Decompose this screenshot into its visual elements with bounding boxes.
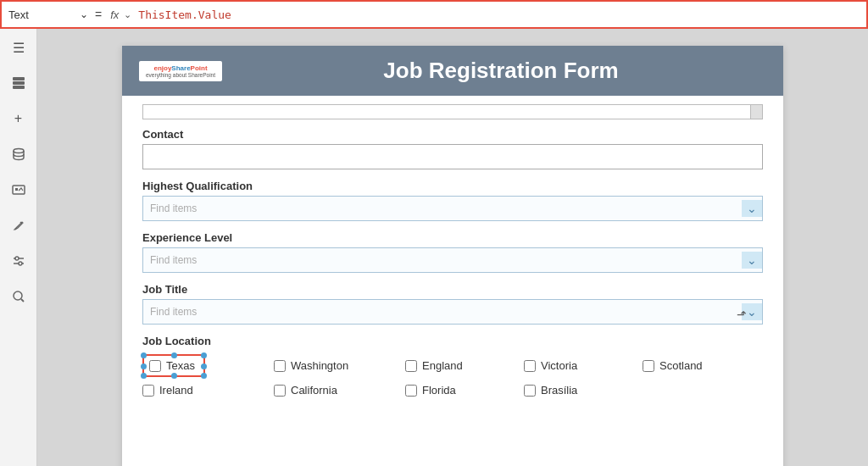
checkbox-brasilia[interactable] xyxy=(524,385,536,397)
formula-bar-fx-button[interactable]: fx xyxy=(108,8,120,21)
texas-selection-border[interactable]: Texas xyxy=(142,354,205,377)
checkbox-grid: Texas Washington England xyxy=(142,354,763,397)
handle-mr xyxy=(201,363,207,369)
contact-field-group: Contact xyxy=(142,128,763,169)
checkbox-row-1: Texas Washington England xyxy=(142,354,763,377)
handle-tr xyxy=(201,352,207,358)
label-florida: Florida xyxy=(422,384,456,397)
experience-field-group: Experience Level Find items ⌄ xyxy=(142,231,763,273)
sidebar-data-icon[interactable] xyxy=(7,142,31,166)
checkbox-item-victoria: Victoria xyxy=(524,354,643,377)
logo-box: enjoySharePoint everything about SharePo… xyxy=(139,61,222,81)
contact-input[interactable] xyxy=(142,144,763,169)
svg-point-7 xyxy=(15,257,19,260)
label-washington: Washington xyxy=(291,359,348,372)
label-victoria: Victoria xyxy=(541,359,577,372)
highest-qual-field-group: Highest Qualification Find items ⌄ xyxy=(142,180,763,221)
checkbox-california[interactable] xyxy=(274,385,286,397)
svg-rect-0 xyxy=(13,77,25,80)
label-brasilia: Brasília xyxy=(541,384,577,397)
checkbox-item-california: California xyxy=(274,384,405,397)
handle-ml xyxy=(141,363,147,369)
job-title-label: Job Title xyxy=(142,283,763,296)
checkbox-victoria[interactable] xyxy=(524,360,536,372)
main-layout: ☰ + xyxy=(0,29,868,466)
sidebar-layers-icon[interactable] xyxy=(7,71,31,95)
job-title-field-group: Job Title Find items ⌄ ⬏ xyxy=(142,283,763,325)
handle-bl xyxy=(141,373,147,379)
checkbox-ireland[interactable] xyxy=(142,385,154,397)
highest-qual-dropdown[interactable]: Find items ⌄ xyxy=(142,196,763,221)
sidebar-menu-icon[interactable]: ☰ xyxy=(7,36,31,59)
job-location-label: Job Location xyxy=(142,335,763,347)
checkbox-scotland[interactable] xyxy=(643,360,654,372)
experience-label: Experience Level xyxy=(142,231,763,244)
label-ireland: Ireland xyxy=(159,384,193,397)
contact-label: Contact xyxy=(142,128,763,141)
logo-tagline: everything about SharePoint xyxy=(146,72,215,78)
svg-point-10 xyxy=(14,291,22,300)
scroll-bar-top xyxy=(750,105,762,119)
formula-bar-fx-dropdown[interactable]: ⌄ xyxy=(124,9,131,20)
highest-qual-label: Highest Qualification xyxy=(142,180,763,192)
form-title: Job Registration Form xyxy=(236,58,766,84)
svg-point-9 xyxy=(19,262,22,265)
sidebar-media-icon[interactable] xyxy=(7,178,31,202)
job-title-placeholder: Find items xyxy=(150,306,197,318)
svg-rect-5 xyxy=(15,188,18,191)
formula-bar-equals: = xyxy=(92,8,105,21)
checkbox-florida[interactable] xyxy=(405,385,417,397)
formula-bar-property[interactable]: Text xyxy=(8,8,76,21)
experience-chevron[interactable]: ⌄ xyxy=(742,252,762,269)
form-body: Contact Highest Qualification Find items… xyxy=(122,96,783,424)
formula-bar-expression[interactable]: ThisItem.Value xyxy=(138,8,231,21)
label-england: England xyxy=(422,359,463,372)
sidebar-pen-icon[interactable] xyxy=(7,214,31,237)
checkbox-item-florida: Florida xyxy=(405,384,524,397)
checkbox-item-scotland: Scotland xyxy=(643,354,774,377)
svg-rect-1 xyxy=(13,81,25,85)
checkbox-texas[interactable] xyxy=(149,360,161,372)
handle-bm xyxy=(171,373,177,379)
canvas-area: enjoySharePoint everything about SharePo… xyxy=(37,29,868,466)
experience-placeholder: Find items xyxy=(150,254,197,266)
sidebar-controls-icon[interactable] xyxy=(7,249,31,273)
job-title-chevron[interactable]: ⌄ xyxy=(742,303,762,320)
job-location-field-group: Job Location xyxy=(142,335,763,397)
checkbox-item-ireland: Ireland xyxy=(142,384,274,397)
sidebar: ☰ + xyxy=(0,29,37,466)
highest-qual-chevron[interactable]: ⌄ xyxy=(742,200,762,217)
handle-tm xyxy=(171,352,177,358)
highest-qual-placeholder: Find items xyxy=(150,202,197,214)
logo-text: enjoySharePoint xyxy=(153,64,207,72)
svg-line-11 xyxy=(21,299,24,302)
scroll-top-indicator xyxy=(142,104,763,119)
handle-tl xyxy=(141,352,147,358)
checkbox-item-brasilia: Brasília xyxy=(524,384,655,397)
label-scotland: Scotland xyxy=(659,359,703,372)
handle-br xyxy=(201,373,207,379)
formula-bar-property-dropdown[interactable]: ⌄ xyxy=(80,8,88,20)
sidebar-add-icon[interactable]: + xyxy=(7,107,31,130)
checkbox-item-washington: Washington xyxy=(274,354,405,377)
svg-rect-2 xyxy=(13,86,25,89)
checkbox-item-texas: Texas xyxy=(142,354,274,377)
label-texas: Texas xyxy=(166,359,195,372)
checkbox-row-2: Ireland California Florida xyxy=(142,384,763,397)
formula-bar: Text ⌄ = fx ⌄ ThisItem.Value xyxy=(0,0,868,29)
checkbox-washington[interactable] xyxy=(274,360,286,372)
label-california: California xyxy=(291,384,337,397)
svg-point-3 xyxy=(14,149,24,153)
experience-dropdown[interactable]: Find items ⌄ xyxy=(142,247,763,273)
sidebar-search-icon[interactable] xyxy=(7,285,31,308)
job-title-dropdown[interactable]: Find items ⌄ ⬏ xyxy=(142,299,763,325)
checkbox-england[interactable] xyxy=(405,360,417,372)
form-container: enjoySharePoint everything about SharePo… xyxy=(122,46,783,466)
form-header: enjoySharePoint everything about SharePo… xyxy=(122,46,783,96)
checkbox-item-england: England xyxy=(405,354,524,377)
